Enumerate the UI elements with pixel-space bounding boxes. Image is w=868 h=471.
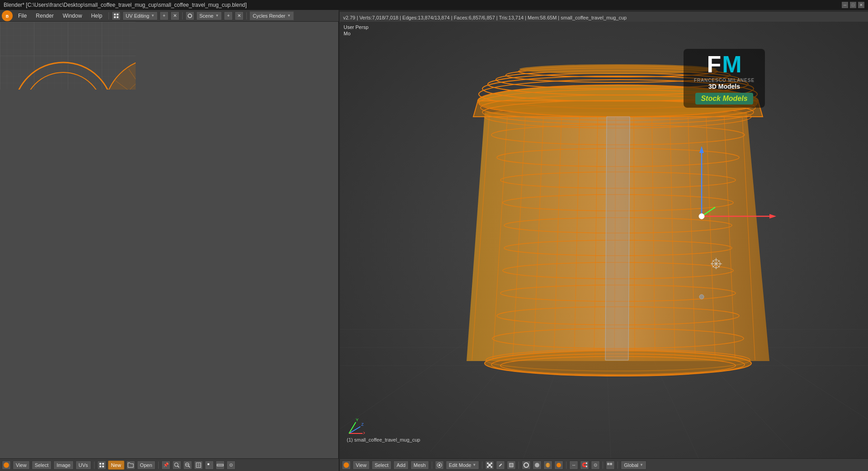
fm-f-letter: F [707, 52, 721, 76]
maximize-button[interactable]: □ [850, 2, 856, 8]
svg-point-226 [700, 214, 703, 218]
edit-mode-text: Edit Mode [449, 462, 472, 468]
svg-point-260 [439, 464, 440, 466]
scene-icon[interactable] [185, 11, 194, 20]
scene-selector[interactable]: Scene ▼ [196, 11, 222, 20]
minimize-button[interactable]: ─ [842, 2, 848, 8]
header-toolbar: B File Render Window Help UV Editing ▼ +… [0, 10, 339, 22]
uv-grid [0, 22, 136, 90]
select-menu-left[interactable]: Select [32, 461, 52, 470]
sep-9 [566, 461, 566, 469]
svg-text:Y: Y [356, 418, 359, 422]
title-bar-text: Blender* [C:\Users\franc\Desktop\small_c… [4, 2, 247, 8]
menu-file[interactable]: File [14, 12, 30, 20]
svg-point-263 [491, 462, 492, 464]
layers-icon[interactable] [606, 461, 615, 470]
zoom-in-icon[interactable] [172, 461, 181, 470]
title-bar-controls[interactable]: ─ □ ✕ [842, 2, 864, 8]
proportional-edit-icon[interactable]: ⊙ [591, 461, 600, 470]
blender-icon-bottom-right[interactable] [342, 461, 351, 470]
svg-point-268 [501, 462, 503, 464]
view-shading-solid[interactable] [533, 461, 542, 470]
uvs-menu[interactable]: UVs [75, 461, 91, 470]
sep-11 [618, 461, 618, 469]
mode-icon-x[interactable]: ✕ [170, 11, 179, 20]
svg-rect-242 [99, 466, 101, 467]
stretch-icon[interactable] [216, 461, 225, 470]
3d-viewport[interactable]: User Persp Mo F M FRANCESCO MILANESE 3D … [340, 22, 868, 458]
edge-mode-icon[interactable] [496, 461, 505, 470]
image-menu[interactable]: Image [53, 461, 74, 470]
svg-line-245 [178, 466, 179, 467]
view-menu-right[interactable]: View [353, 461, 370, 470]
zoom-out-icon[interactable] [183, 461, 192, 470]
sep-6 [432, 461, 432, 469]
select-mode-vertex[interactable] [205, 461, 214, 470]
svg-rect-274 [607, 463, 609, 465]
svg-rect-275 [610, 463, 612, 465]
edit-mode-selector[interactable]: Edit Mode ▼ [446, 461, 479, 470]
open-button[interactable]: Open [137, 461, 156, 470]
svg-rect-253 [210, 463, 212, 465]
svg-rect-243 [102, 466, 104, 467]
svg-rect-5 [117, 16, 118, 18]
svg-line-247 [189, 466, 190, 467]
svg-line-16 [115, 81, 136, 90]
face-mode-icon[interactable] [507, 461, 516, 470]
menu-window[interactable]: Window [59, 12, 86, 20]
scene-dropdown-arrow: ▼ [215, 14, 219, 18]
mode-icon-plus[interactable]: + [160, 11, 169, 20]
menu-render[interactable]: Render [32, 12, 57, 20]
render-mode-icon[interactable] [435, 461, 444, 470]
svg-rect-2 [114, 14, 116, 15]
view-mode-icon[interactable] [194, 461, 203, 470]
mesh-menu[interactable]: Mesh [410, 461, 429, 470]
vertex-mode-icon[interactable] [485, 461, 494, 470]
fm-subtitle: 3D Models [708, 83, 740, 90]
folder-icon[interactable] [126, 461, 135, 470]
view-shading-texture[interactable] [543, 461, 552, 470]
proportional-icon[interactable]: ⊙ [226, 461, 236, 470]
pin-icon[interactable]: 📌 [161, 461, 170, 470]
svg-point-6 [188, 14, 192, 18]
manipulator-icon[interactable]: ↔ [569, 461, 578, 470]
view-shading-wire[interactable] [522, 461, 531, 470]
svg-rect-276 [607, 466, 609, 468]
svg-text:X: X [363, 431, 365, 435]
uv-editor-panel [0, 22, 339, 458]
svg-point-244 [175, 463, 178, 466]
svg-point-232 [699, 295, 704, 299]
svg-point-273 [557, 463, 561, 467]
svg-point-11 [24, 72, 103, 90]
scene-x[interactable]: ✕ [235, 11, 244, 20]
svg-point-270 [524, 463, 528, 467]
global-selector[interactable]: Global ▼ [621, 461, 646, 470]
render-engine[interactable]: Cycles Render ▼ [250, 11, 294, 20]
svg-line-20 [129, 69, 136, 90]
svg-point-239 [4, 462, 9, 468]
svg-rect-4 [114, 16, 116, 18]
svg-rect-3 [117, 14, 118, 15]
fm-logo: F M FRANCESCO MILANESE 3D Models Stock M… [684, 49, 765, 108]
menu-help[interactable]: Help [87, 12, 106, 20]
uv-editing-mode[interactable]: UV Editing ▼ [123, 11, 158, 20]
add-menu[interactable]: Add [393, 461, 409, 470]
blender-logo: B [2, 10, 13, 21]
separator-3 [246, 12, 247, 19]
close-button[interactable]: ✕ [858, 2, 864, 8]
blender-icon-bottom-left[interactable] [2, 461, 11, 470]
svg-rect-269 [509, 463, 513, 467]
uv-viewport[interactable] [0, 22, 338, 458]
view-menu-left[interactable]: View [13, 461, 30, 470]
new-button[interactable]: New [108, 461, 124, 470]
select-menu-right[interactable]: Select [372, 461, 392, 470]
layout-icon-2[interactable] [97, 461, 106, 470]
fm-letters: F M [707, 52, 741, 76]
separator-1 [108, 12, 109, 19]
scene-plus[interactable]: + [224, 11, 233, 20]
viewport-sub-label: Mo [344, 31, 350, 36]
view-shading-material[interactable] [554, 461, 563, 470]
snap-icon[interactable]: 🧲 [580, 461, 589, 470]
separator-2 [182, 12, 183, 19]
layout-icon[interactable] [112, 11, 121, 20]
